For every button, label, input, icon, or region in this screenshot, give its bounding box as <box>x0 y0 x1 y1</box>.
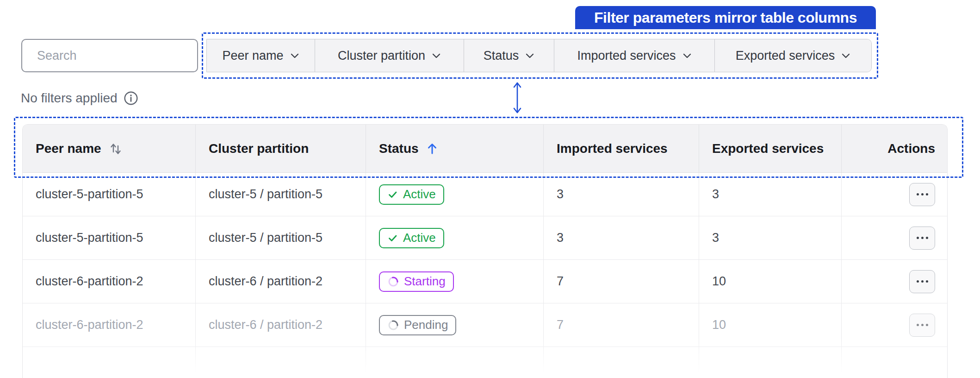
column-header-label: Actions <box>887 141 935 156</box>
spinner-icon <box>387 319 399 331</box>
column-header-label: Status <box>379 141 419 156</box>
cell-exported-services: 3 <box>699 216 842 259</box>
column-header-label: Exported services <box>712 141 824 156</box>
cell-actions <box>842 173 948 216</box>
column-header-cluster-partition: Cluster partition <box>196 125 366 172</box>
status-badge-label: Active <box>403 187 436 202</box>
row-actions-button[interactable] <box>909 314 935 337</box>
status-badge-label: Pending <box>404 318 448 332</box>
filter-status[interactable]: Status <box>464 39 554 72</box>
info-icon[interactable] <box>124 91 138 106</box>
status-badge-label: Active <box>403 231 436 245</box>
cell-peer-name: cluster-5-partition-5 <box>23 216 196 259</box>
chevron-down-icon <box>525 53 534 59</box>
table-row: cluster-5-partition-5 cluster-5 / partit… <box>23 173 947 216</box>
double-arrow-icon <box>510 80 525 116</box>
check-icon <box>387 189 398 200</box>
column-header-imported-services: Imported services <box>544 125 699 172</box>
filter-status-line: No filters applied <box>21 90 138 106</box>
filter-status-label: Status <box>484 49 519 63</box>
table-row: cluster-6-partition-2 cluster-6 / partit… <box>23 303 947 347</box>
filter-exported-services-label: Exported services <box>736 49 835 63</box>
cell-actions <box>842 260 948 303</box>
cell-cluster-partition: cluster-6 / partition-2 <box>196 260 366 303</box>
status-badge-starting: Starting <box>379 271 454 292</box>
filter-cluster-partition[interactable]: Cluster partition <box>315 39 464 72</box>
chevron-down-icon <box>432 53 441 59</box>
chevron-down-icon <box>682 53 692 59</box>
filter-imported-services[interactable]: Imported services <box>554 39 714 72</box>
status-badge-pending: Pending <box>379 315 456 335</box>
cell-empty <box>196 347 366 378</box>
cell-status: Active <box>366 216 544 259</box>
cell-exported-services: 3 <box>699 173 842 216</box>
cell-empty <box>842 347 948 378</box>
cell-imported-services: 3 <box>544 216 699 259</box>
cell-imported-services: 3 <box>544 173 699 216</box>
callout-banner-label: Filter parameters mirror table columns <box>594 9 857 26</box>
cell-exported-services: 10 <box>699 260 842 303</box>
column-header-label: Imported services <box>557 141 668 156</box>
filter-parameter-bar: Peer name Cluster partition Status Impor… <box>206 39 872 72</box>
check-icon <box>387 233 398 244</box>
cell-peer-name: cluster-5-partition-5 <box>23 173 196 216</box>
column-header-actions: Actions <box>842 125 948 172</box>
status-badge-label: Starting <box>404 274 446 289</box>
chevron-down-icon <box>841 53 850 59</box>
filter-peer-name[interactable]: Peer name <box>207 39 315 72</box>
search-input-wrapper <box>21 39 198 72</box>
cell-exported-services: 10 <box>699 303 842 346</box>
table-row: cluster-5-partition-5 cluster-5 / partit… <box>23 216 947 260</box>
peers-table: Peer name Cluster partition Status <box>22 124 948 378</box>
cell-status: Pending <box>366 303 544 346</box>
column-header-status[interactable]: Status <box>366 125 544 172</box>
row-actions-button[interactable] <box>909 270 935 293</box>
spinner-icon <box>387 276 399 288</box>
column-header-label: Peer name <box>36 141 101 156</box>
filter-peer-name-label: Peer name <box>222 49 283 63</box>
no-filters-text: No filters applied <box>21 91 118 106</box>
status-badge-active: Active <box>379 184 444 205</box>
cell-imported-services: 7 <box>544 260 699 303</box>
cell-actions <box>842 303 948 346</box>
cell-cluster-partition: cluster-5 / partition-5 <box>196 173 366 216</box>
cell-status: Active <box>366 173 544 216</box>
cell-peer-name: cluster-6-partition-2 <box>23 303 196 346</box>
row-actions-button[interactable] <box>909 227 935 250</box>
cell-empty <box>699 347 842 378</box>
column-header-peer-name[interactable]: Peer name <box>23 125 196 172</box>
cell-cluster-partition: cluster-5 / partition-5 <box>196 216 366 259</box>
cell-empty <box>366 347 544 378</box>
cell-status: Starting <box>366 260 544 303</box>
table-row-ghost <box>23 347 947 378</box>
table-row: cluster-6-partition-2 cluster-6 / partit… <box>23 260 947 303</box>
chevron-down-icon <box>290 53 299 59</box>
cell-empty <box>544 347 699 378</box>
search-input[interactable] <box>37 49 201 63</box>
sort-both-icon <box>109 142 123 156</box>
cell-peer-name: cluster-6-partition-2 <box>23 260 196 303</box>
filter-imported-services-label: Imported services <box>577 49 676 63</box>
column-header-label: Cluster partition <box>209 141 309 156</box>
row-actions-button[interactable] <box>909 183 935 206</box>
table-header-row: Peer name Cluster partition Status <box>23 125 947 173</box>
column-header-exported-services: Exported services <box>699 125 842 172</box>
sort-ascending-icon <box>426 142 438 156</box>
callout-banner: Filter parameters mirror table columns <box>575 6 876 29</box>
cell-actions <box>842 216 948 259</box>
filter-cluster-partition-label: Cluster partition <box>338 49 425 63</box>
filter-exported-services[interactable]: Exported services <box>714 39 871 72</box>
cell-imported-services: 7 <box>544 303 699 346</box>
cell-cluster-partition: cluster-6 / partition-2 <box>196 303 366 346</box>
status-badge-active: Active <box>379 228 444 248</box>
peers-page: Filter parameters mirror table columns P… <box>0 0 980 378</box>
cell-empty <box>23 347 196 378</box>
